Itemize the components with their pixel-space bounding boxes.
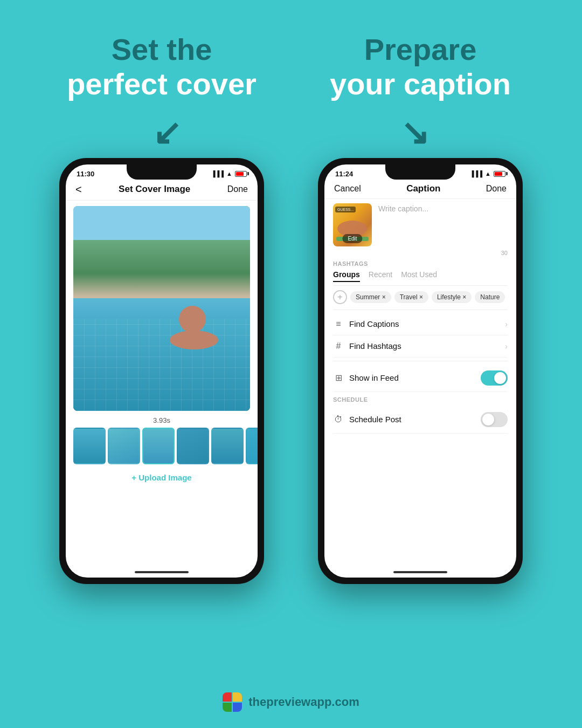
schedule-post-toggle[interactable] [481, 412, 508, 427]
schedule-post-left: ⏱ Schedule Post [333, 415, 401, 424]
signal-icon: ▐▐▐ [211, 170, 224, 177]
captions-icon: ≡ [333, 319, 344, 329]
tag-row: + Summer × Travel × Lifestyle × Nature [333, 290, 508, 304]
film-frame-1[interactable] [108, 428, 140, 464]
filmstrip[interactable] [66, 428, 258, 464]
schedule-post-label: Schedule Post [349, 415, 401, 424]
phones-section: 11:30 ▐▐▐ ▲ < Set Cover Image Done [0, 158, 582, 584]
show-in-feed-toggle[interactable] [481, 370, 508, 386]
hashtags-chevron: › [505, 342, 508, 351]
film-frame-4[interactable] [211, 428, 244, 464]
caption-thumbnail: GUESS... Edit [333, 203, 372, 246]
schedule-section-label: SCHEDULE [333, 396, 508, 403]
tag-nature[interactable]: Nature [475, 291, 505, 303]
find-captions-left: ≡ Find Captions [333, 319, 399, 329]
caption-input[interactable]: Write caption... [378, 203, 508, 246]
header-right-title: Prepareyour caption [307, 32, 534, 102]
wifi-icon: ▲ [226, 170, 232, 177]
schedule-post-row: ⏱ Schedule Post [333, 406, 508, 434]
add-tag-button[interactable]: + [333, 290, 347, 304]
home-indicator-left [135, 571, 189, 573]
status-icons-left: ▐▐▐ ▲ [211, 170, 247, 177]
tab-groups[interactable]: Groups [333, 270, 360, 282]
arrow-left: ↙ [54, 113, 280, 153]
film-frame-2[interactable] [142, 428, 175, 464]
caption-content: GUESS... Edit Write caption... 30 HASHTA… [324, 199, 516, 438]
pool-tiles [73, 319, 250, 411]
phone-left-screen: 11:30 ▐▐▐ ▲ < Set Cover Image Done [66, 164, 258, 578]
cancel-button[interactable]: Cancel [334, 184, 361, 194]
tab-recent[interactable]: Recent [369, 270, 392, 282]
nav-title-right: Caption [406, 183, 440, 194]
logo-q2 [233, 692, 242, 702]
phone-right-screen: 11:24 ▐▐▐ ▲ Cancel Caption Done [324, 164, 516, 578]
done-button-right[interactable]: Done [486, 184, 507, 194]
edit-button[interactable]: Edit [342, 234, 362, 243]
status-time-right: 11:24 [335, 170, 353, 178]
arrow-right: ↘ [302, 113, 528, 153]
find-captions-label: Find Captions [349, 319, 399, 328]
film-frame-0[interactable] [73, 428, 106, 464]
battery-fill-right [495, 172, 502, 176]
logo-q3 [223, 703, 232, 712]
footer: thepreviewapp.com [0, 692, 582, 712]
film-frame-3[interactable] [177, 428, 209, 464]
find-hashtags-left: # Find Hashtags [333, 341, 401, 351]
nav-bar-left: < Set Cover Image Done [66, 181, 258, 201]
phone-left: 11:30 ▐▐▐ ▲ < Set Cover Image Done [59, 158, 264, 584]
logo-q1 [223, 692, 232, 702]
header-left: Set theperfect cover [48, 32, 275, 102]
show-in-feed-left: ⊞ Show in Feed [333, 373, 399, 383]
char-count: 30 [333, 250, 508, 256]
pool-scene [73, 206, 250, 411]
hashtags-icon: # [333, 341, 344, 351]
toggle-knob-feed [494, 372, 506, 384]
notch-left [127, 164, 197, 180]
captions-chevron: › [505, 320, 508, 328]
schedule-icon: ⏱ [333, 415, 344, 424]
show-in-feed-row: ⊞ Show in Feed [333, 365, 508, 392]
battery-fill [236, 172, 244, 176]
logo-icon [223, 692, 242, 712]
status-icons-right: ▐▐▐ ▲ [470, 170, 505, 177]
header-right: Prepareyour caption [307, 32, 534, 102]
cover-image [73, 206, 250, 411]
thumb-label: GUESS... [335, 207, 356, 212]
caption-top: GUESS... Edit Write caption... [333, 203, 508, 246]
logo-q4 [233, 703, 242, 712]
signal-icon-right: ▐▐▐ [470, 170, 482, 177]
show-in-feed-label: Show in Feed [349, 373, 399, 382]
find-hashtags-row[interactable]: # Find Hashtags › [333, 335, 508, 358]
header-section: Set theperfect cover Prepareyour caption [0, 0, 582, 113]
tag-travel[interactable]: Travel × [394, 291, 428, 303]
battery-icon-right [494, 171, 505, 177]
tag-lifestyle[interactable]: Lifestyle × [432, 291, 472, 303]
toggle-knob-schedule [482, 414, 494, 425]
done-button-left[interactable]: Done [227, 184, 248, 194]
phone-right: 11:24 ▐▐▐ ▲ Cancel Caption Done [318, 158, 523, 584]
hashtag-tabs: Groups Recent Most Used [333, 270, 508, 286]
home-indicator-right [393, 571, 447, 573]
status-time-left: 11:30 [77, 170, 94, 178]
film-frame-5[interactable] [246, 428, 258, 464]
tag-summer[interactable]: Summer × [350, 291, 391, 303]
upload-image-button[interactable]: + Upload Image [66, 464, 258, 491]
divider-1 [333, 310, 508, 310]
find-captions-row[interactable]: ≡ Find Captions › [333, 313, 508, 335]
timestamp: 3.93s [66, 416, 258, 424]
person-arms [170, 331, 218, 349]
wifi-icon-right: ▲ [485, 170, 491, 177]
nav-bar-right: Cancel Caption Done [324, 181, 516, 199]
divider-2 [333, 361, 508, 361]
header-left-title: Set theperfect cover [48, 32, 275, 102]
tab-most-used[interactable]: Most Used [401, 270, 437, 282]
nav-title-left: Set Cover Image [119, 184, 190, 195]
notch-right [385, 164, 455, 180]
find-hashtags-label: Find Hashtags [349, 341, 401, 351]
back-button[interactable]: < [75, 183, 82, 196]
footer-website: thepreviewapp.com [248, 695, 359, 709]
battery-icon [235, 171, 247, 177]
arrow-section: ↙ ↘ [0, 113, 582, 153]
hashtags-section-label: HASHTAGS [333, 260, 508, 267]
feed-icon: ⊞ [333, 373, 344, 383]
